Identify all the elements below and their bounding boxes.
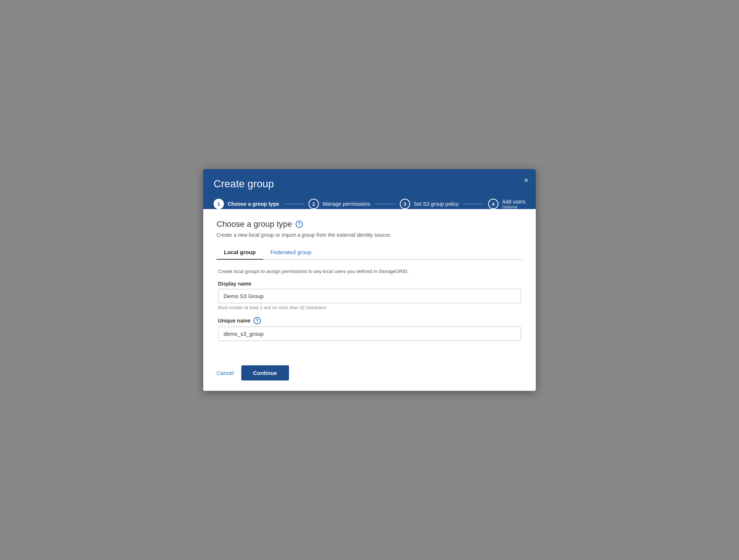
step-1: 1 Choose a group type [214,199,279,209]
display-name-hint: Must contain at least 1 and no more than… [218,305,521,310]
step-2: 2 Manage permissions [309,199,370,209]
step-2-circle: 2 [309,199,319,209]
step-connector-2 [375,204,395,204]
continue-button[interactable]: Continue [241,365,289,380]
tab-federated-group[interactable]: Federated group [263,245,319,260]
section-help-icon[interactable]: ? [296,221,303,228]
display-name-input[interactable] [218,289,521,303]
modal-footer: Cancel Continue [203,358,536,391]
modal-body: Choose a group type ? Create a new local… [203,209,536,358]
tab-local-group[interactable]: Local group [217,245,263,260]
display-name-label: Display name [218,281,521,287]
form-section: Create local groups to assign permission… [217,269,522,341]
unique-name-group: Unique name ? [218,317,521,341]
create-group-modal: Create group × 1 Choose a group type 2 M… [203,169,536,391]
steps-bar: 1 Choose a group type 2 Manage permissio… [214,199,525,209]
step-2-label: Manage permissions [323,201,370,207]
modal-header: Create group × 1 Choose a group type 2 M… [203,169,536,209]
step-3-circle: 3 [400,199,410,209]
step-4-circle: 4 [488,199,498,209]
form-description: Create local groups to assign permission… [218,269,521,274]
step-1-label: Choose a group type [228,201,279,207]
step-3: 3 Set S3 group policy [400,199,459,209]
section-description: Create a new local group or import a gro… [217,232,522,238]
close-button[interactable]: × [524,177,528,184]
step-1-circle: 1 [214,199,224,209]
step-connector-1 [283,204,304,204]
step-4-label: Add users Optional [502,199,525,209]
step-3-label: Set S3 group policy [414,201,459,207]
section-title-text: Choose a group type [217,219,292,229]
section-title-area: Choose a group type ? [217,219,522,229]
unique-name-label: Unique name ? [218,317,521,324]
step-connector-3 [463,204,484,204]
cancel-button[interactable]: Cancel [217,370,234,376]
unique-name-input[interactable] [218,327,521,341]
modal-title: Create group [214,178,525,190]
unique-name-help-icon[interactable]: ? [253,317,261,324]
display-name-group: Display name Must contain at least 1 and… [218,281,521,310]
step-4: 4 Add users Optional [488,199,525,209]
group-type-tabs: Local group Federated group [217,245,522,260]
